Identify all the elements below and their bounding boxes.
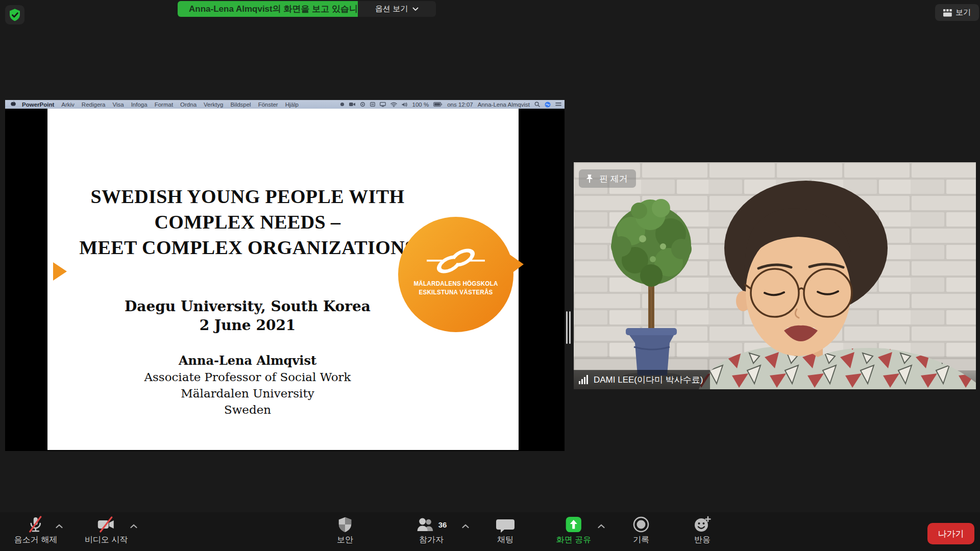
- unmute-label: 음소거 해제: [14, 535, 57, 545]
- microphone-muted-icon: [27, 515, 45, 534]
- meeting-security-button[interactable]: [5, 5, 24, 24]
- chat-label: 채팅: [497, 535, 513, 545]
- menu-bildspel: Bildspel: [230, 102, 251, 108]
- display-status-icon: [380, 102, 386, 107]
- share-options-chevron[interactable]: [598, 521, 605, 531]
- volume-status-icon: [402, 102, 408, 107]
- search-icon: [534, 102, 540, 107]
- menu-format: Format: [155, 102, 173, 108]
- view-button-label: 보기: [955, 8, 971, 17]
- record-icon: [632, 516, 650, 533]
- menu-visa: Visa: [113, 102, 124, 108]
- slide-author-block: Anna-Lena Almqvist Associate Professor o…: [54, 353, 442, 418]
- box-status-icon: [370, 102, 375, 107]
- status-dot-icon: [340, 102, 345, 107]
- slide-subtitle: Daegu University, South Korea 2 June 202…: [54, 297, 442, 335]
- apple-logo-icon: [10, 101, 16, 108]
- view-options-button[interactable]: 옵션 보기: [358, 1, 436, 17]
- start-video-button[interactable]: 비디오 시작: [85, 515, 128, 545]
- camera-status-icon: [349, 102, 355, 107]
- logo-bubble-icon: [397, 216, 525, 334]
- logo-text-line2: ESKILSTUNA VÄSTERÅS: [405, 288, 506, 296]
- slide-author-name: Anna-Lena Almqvist: [54, 353, 442, 369]
- slide-title-line3: MEET COMPLEX ORGANIZATIONS: [54, 235, 442, 260]
- reactions-button[interactable]: 반응: [693, 515, 712, 545]
- logo-text: MÄLARDALENS HÖGSKOLA ESKILSTUNA VÄSTERÅS: [405, 279, 506, 296]
- menu-infoga: Infoga: [131, 102, 148, 108]
- view-button[interactable]: 보기: [935, 4, 979, 21]
- participants-label: 참가자: [419, 535, 444, 545]
- record-label: 기록: [633, 535, 649, 545]
- screen-share-banner: Anna-Lena Almqvist의 화면을 보고 있습니다.: [178, 1, 380, 17]
- remove-pin-label: 핀 제거: [599, 173, 628, 185]
- menu-app-name: PowerPoint: [22, 102, 54, 108]
- slide-title: SWEDISH YOUNG PEOPLE WITH COMPLEX NEEDS …: [54, 184, 442, 260]
- menu-verktyg: Verktyg: [204, 102, 223, 108]
- participant-video[interactable]: 핀 제거 DAMI LEE(이다미 박사수료): [574, 162, 976, 389]
- view-options-label: 옵션 보기: [375, 4, 408, 14]
- screen-share-banner-text: Anna-Lena Almqvist의 화면을 보고 있습니다.: [189, 3, 369, 15]
- participant-name-label: DAMI LEE(이다미 박사수료): [574, 370, 710, 389]
- record-button[interactable]: 기록: [632, 515, 650, 545]
- menu-fonster: Fönster: [258, 102, 278, 108]
- reactions-label: 반응: [694, 535, 710, 545]
- menu-redigera: Redigera: [82, 102, 106, 108]
- battery-percent: 100 %: [412, 102, 429, 108]
- battery-icon: [433, 102, 443, 107]
- logo-text-line1: MÄLARDALENS HÖGSKOLA: [405, 279, 506, 288]
- participant-video-scene: [574, 162, 976, 389]
- university-logo: MÄLARDALENS HÖGSKOLA ESKILSTUNA VÄSTERÅS: [397, 216, 525, 334]
- menu-arkiv: Arkiv: [61, 102, 75, 108]
- video-options-chevron[interactable]: [130, 521, 138, 531]
- macos-menu-bar: PowerPoint Arkiv Redigera Visa Infoga Fo…: [5, 100, 565, 109]
- shared-screen[interactable]: PowerPoint Arkiv Redigera Visa Infoga Fo…: [5, 100, 565, 451]
- unmute-button[interactable]: 음소거 해제: [14, 515, 57, 545]
- siri-icon: [545, 102, 551, 108]
- menu-hjalp: Hjälp: [285, 102, 299, 108]
- start-video-label: 비디오 시작: [85, 535, 128, 545]
- remove-pin-badge[interactable]: 핀 제거: [579, 169, 636, 188]
- signal-bars-icon: [579, 375, 589, 384]
- reactions-icon: [693, 515, 712, 534]
- slide-author-title: Associate Professor of Social Work: [54, 369, 442, 385]
- menu-clock: ons 12:07: [447, 102, 473, 108]
- zoom-meeting-window: Anna-Lena Almqvist의 화면을 보고 있습니다. 옵션 보기 보…: [0, 0, 980, 551]
- participants-options-chevron[interactable]: [462, 521, 470, 531]
- security-icon: [336, 515, 354, 534]
- participants-button[interactable]: 36 참가자: [416, 515, 447, 545]
- presentation-slide: SWEDISH YOUNG PEOPLE WITH COMPLEX NEEDS …: [47, 109, 519, 450]
- menu-status-area: 100 % ons 12:07 Anna-Lena Almqvist: [340, 100, 561, 109]
- slide-arrow-icon: [53, 262, 67, 281]
- chevron-down-icon: [412, 7, 419, 11]
- security-label: 보안: [337, 535, 353, 545]
- swirl-status-icon: [360, 102, 365, 107]
- participant-name: DAMI LEE(이다미 박사수료): [594, 374, 703, 386]
- slide-title-line2: COMPLEX NEEDS –: [54, 209, 442, 235]
- slide-subtitle-line2: 2 June 2021: [54, 316, 442, 335]
- wifi-status-icon: [390, 102, 397, 107]
- gallery-view-icon: [943, 9, 952, 17]
- slide-author-university: Mälardalen University: [54, 385, 442, 402]
- share-screen-icon: [565, 516, 582, 533]
- slide-title-line1: SWEDISH YOUNG PEOPLE WITH: [54, 184, 442, 209]
- slide-author-country: Sweden: [54, 402, 442, 418]
- participants-icon: [416, 516, 435, 533]
- menu-ordna: Ordna: [180, 102, 197, 108]
- leave-button[interactable]: 나가기: [927, 523, 974, 544]
- pushpin-icon: [584, 174, 595, 184]
- chat-icon: [496, 516, 514, 533]
- share-screen-button[interactable]: 화면 공유: [556, 515, 591, 545]
- menu-items: PowerPoint Arkiv Redigera Visa Infoga Fo…: [5, 101, 306, 108]
- slide-subtitle-line1: Daegu University, South Korea: [54, 297, 442, 316]
- chat-button[interactable]: 채팅: [496, 515, 514, 545]
- share-screen-label: 화면 공유: [556, 535, 591, 545]
- control-center-icon: [555, 102, 561, 107]
- security-shield-icon: [7, 7, 22, 22]
- menu-user-name: Anna-Lena Almqvist: [478, 102, 530, 108]
- panel-resize-handle[interactable]: [566, 311, 572, 344]
- security-button[interactable]: 보안: [336, 515, 354, 545]
- audio-options-chevron[interactable]: [56, 521, 63, 531]
- leave-label: 나가기: [938, 528, 964, 540]
- camera-off-icon: [96, 515, 116, 534]
- meeting-toolbar: 음소거 해제 비디오 시작: [0, 512, 980, 551]
